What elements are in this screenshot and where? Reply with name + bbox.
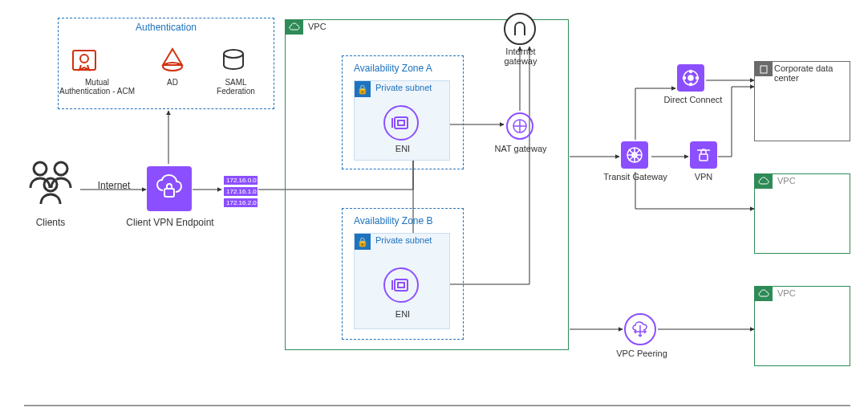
svg-rect-38 — [398, 283, 404, 287]
corporate-data-center: Corporate data center — [754, 61, 850, 141]
cidr-item: 172.16.1.0 — [223, 186, 258, 197]
vpc-main-label: VPC — [308, 22, 327, 31]
building-icon — [755, 62, 773, 76]
availability-zone-b: Availability Zone B 🔒 Private subnet ENI — [342, 208, 464, 340]
az-a-title: Availability Zone A — [354, 63, 432, 74]
eni-a-label: ENI — [355, 144, 451, 153]
client-vpn-endpoint-label: Client VPN Endpoint — [122, 217, 218, 228]
internet-label: Internet — [93, 180, 135, 191]
svg-point-47 — [688, 75, 693, 80]
vpc-peering-icon — [624, 313, 656, 345]
transit-gateway-icon — [621, 141, 648, 169]
lock-icon: 🔒 — [355, 81, 371, 97]
lock-icon: 🔒 — [355, 234, 371, 250]
svg-rect-31 — [395, 117, 408, 128]
vpc-right-2: VPC — [754, 173, 850, 254]
svg-point-30 — [224, 50, 243, 58]
acm-label: Mutual Authentication - ACM — [54, 78, 140, 96]
vpc-right-3-label: VPC — [777, 288, 796, 298]
private-subnet-b-title: Private subnet — [375, 235, 432, 245]
cidr-list: 172.16.0.0 172.16.1.0 172.16.2.0 — [223, 175, 258, 209]
svg-rect-32 — [398, 120, 404, 125]
cidr-item: 172.16.0.0 — [223, 175, 258, 186]
vpn-icon — [690, 141, 717, 169]
svg-point-50 — [683, 77, 686, 80]
svg-point-48 — [690, 71, 692, 73]
private-subnet-a: 🔒 Private subnet ENI — [354, 80, 450, 161]
svg-point-23 — [34, 162, 47, 175]
internet-gateway-icon — [504, 13, 536, 45]
vpc-right-3: VPC — [754, 286, 850, 366]
svg-rect-52 — [700, 154, 708, 161]
private-subnet-a-title: Private subnet — [375, 83, 432, 92]
private-subnet-b: 🔒 Private subnet ENI — [354, 233, 450, 329]
internet-gateway-label: Internet gateway — [493, 47, 549, 66]
direct-connect-label: Direct Connect — [661, 95, 725, 104]
ad-icon — [158, 46, 187, 75]
cloud-icon — [755, 287, 773, 301]
svg-rect-55 — [761, 66, 767, 73]
transit-gateway-label: Transit Gateway — [597, 172, 674, 181]
corporate-dc-label: Corporate data center — [774, 63, 850, 83]
client-vpn-endpoint-icon — [147, 166, 192, 211]
nat-gateway-label: NAT gateway — [485, 144, 557, 153]
svg-point-29 — [163, 63, 182, 71]
svg-point-49 — [690, 84, 692, 86]
authentication-title: Authentication — [59, 22, 274, 33]
vpc-peering-label: VPC Peering — [610, 349, 674, 358]
saml-label: SAML Federation — [208, 78, 264, 96]
svg-rect-37 — [395, 279, 408, 291]
vpc-right-2-label: VPC — [777, 176, 796, 186]
vpn-label: VPN — [683, 172, 724, 181]
cloud-icon — [286, 20, 303, 35]
direct-connect-icon — [677, 64, 704, 92]
acm-icon — [70, 46, 99, 75]
cloud-icon — [755, 174, 773, 189]
eni-b-label: ENI — [355, 309, 451, 319]
clients-icon — [22, 157, 79, 215]
saml-icon — [219, 46, 248, 75]
authentication-group: Authentication Mutual Authentication - A… — [58, 18, 274, 109]
eni-a-icon — [383, 105, 419, 141]
clients-label: Clients — [22, 217, 79, 228]
svg-point-28 — [80, 55, 88, 63]
ad-label: AD — [152, 78, 193, 87]
nat-gateway-icon — [506, 112, 533, 140]
az-b-title: Availability Zone B — [354, 215, 433, 226]
svg-point-24 — [55, 162, 67, 175]
svg-point-51 — [696, 77, 699, 80]
cidr-item: 172.16.2.0 — [223, 198, 258, 208]
availability-zone-a: Availability Zone A 🔒 Private subnet ENI — [342, 55, 464, 169]
vpc-main: VPC Availability Zone A 🔒 Private subnet… — [285, 19, 569, 350]
svg-rect-26 — [164, 189, 174, 197]
eni-b-icon — [383, 267, 419, 303]
